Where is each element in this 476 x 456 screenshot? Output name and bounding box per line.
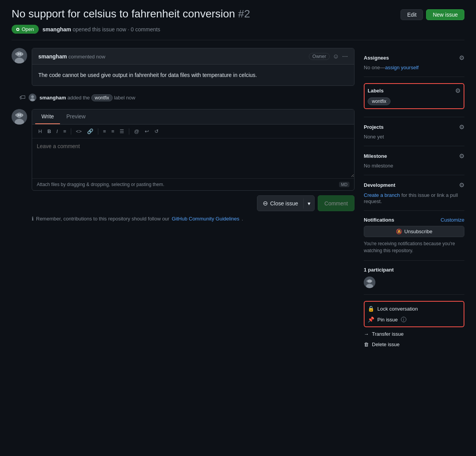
- transfer-label: Transfer issue: [372, 331, 404, 337]
- close-issue-main[interactable]: ⊖ Close issue: [257, 198, 303, 209]
- pin-info-icon: i: [401, 317, 406, 322]
- avatar: [12, 48, 27, 63]
- projects-title: Projects: [364, 124, 384, 130]
- delete-issue-action[interactable]: 🗑 Delete issue: [364, 339, 464, 350]
- toolbar: H B I ≡ <> 🔗 ≡ ≡ ☰: [32, 125, 354, 138]
- header-buttons: Edit New issue: [401, 9, 464, 20]
- assign-yourself-link[interactable]: assign yourself: [385, 65, 419, 70]
- toolbar-link[interactable]: 🔗: [86, 128, 95, 135]
- issue-header: No support for celsius to fahrenheit con…: [12, 8, 464, 20]
- unsubscribe-label: Unsubscribe: [404, 229, 432, 234]
- event-avatar: [29, 94, 36, 101]
- sidebar-assignees: Assignees ⚙ No one—assign yourself: [364, 48, 464, 77]
- attach-bar: Attach files by dragging & dropping, sel…: [32, 178, 354, 190]
- milestone-gear[interactable]: ⚙: [459, 152, 464, 160]
- wontfix-event-badge: wontfix: [91, 94, 113, 101]
- emoji-button[interactable]: ☺: [333, 53, 339, 60]
- comment-thread: smangham commented now Owner ☺ ··· The c…: [12, 48, 354, 222]
- create-branch-link[interactable]: Create a branch: [364, 192, 400, 198]
- opened-time: now: [116, 26, 126, 32]
- toolbar-sep2: [98, 128, 98, 135]
- toolbar-sep1: [71, 128, 71, 135]
- owner-badge: Owner: [309, 53, 329, 60]
- sidebar-notifications: Notifications Customize 🔕 Unsubscribe Yo…: [364, 211, 464, 261]
- toolbar-ol[interactable]: ≡: [110, 128, 116, 135]
- toolbar-tasklist[interactable]: ☰: [118, 128, 126, 135]
- comment-header: smangham commented now Owner ☺ ···: [32, 48, 354, 65]
- svg-point-7: [31, 96, 34, 98]
- pin-icon: 📌: [368, 316, 374, 323]
- attach-text: Attach files by dragging & dropping, sel…: [37, 182, 164, 187]
- sidebar-participants: 1 participant: [364, 261, 464, 295]
- write-row: Write Preview H B I ≡ <> 🔗: [12, 109, 354, 222]
- comment-textarea[interactable]: [32, 138, 354, 177]
- pin-issue-action[interactable]: 📌 Pin issue i: [368, 314, 461, 325]
- write-area: Write Preview H B I ≡ <> 🔗: [32, 109, 354, 191]
- milestone-value: No milestone: [364, 163, 464, 169]
- comment-button[interactable]: Comment: [318, 195, 354, 211]
- close-issue-button[interactable]: ⊖ Close issue ▾: [257, 195, 315, 211]
- new-issue-button[interactable]: New issue: [426, 9, 464, 20]
- assignees-gear[interactable]: ⚙: [459, 54, 464, 61]
- toolbar-code[interactable]: <>: [74, 128, 83, 135]
- comments-count: 0 comments: [131, 26, 160, 32]
- milestone-title: Milestone: [364, 153, 387, 159]
- transfer-icon: →: [364, 331, 369, 337]
- sidebar-development: Development ⚙ Create a branch for this i…: [364, 175, 464, 211]
- toolbar-bold[interactable]: B: [46, 128, 52, 135]
- labels-gear[interactable]: ⚙: [455, 87, 461, 94]
- labels-title: Labels: [368, 88, 384, 94]
- assignees-title: Assignees: [364, 55, 389, 61]
- tab-write[interactable]: Write: [35, 109, 60, 124]
- sidebar-projects: Projects ⚙ None yet: [364, 117, 464, 146]
- edit-button[interactable]: Edit: [401, 9, 423, 20]
- event-action: added the: [67, 95, 90, 101]
- toolbar-undo[interactable]: ↺: [153, 128, 160, 135]
- comment-body: The code cannot be used give output in f…: [32, 65, 354, 85]
- guidelines-link[interactable]: GitHub Community Guidelines: [172, 216, 240, 222]
- participants-title: 1 participant: [364, 267, 464, 273]
- comment-author: smangham: [38, 53, 67, 60]
- issue-title: No support for celsius to fahrenheit con…: [12, 8, 394, 20]
- assignees-value: No one—assign yourself: [364, 65, 464, 70]
- toolbar-italic[interactable]: I: [55, 128, 60, 135]
- toolbar-ul[interactable]: ≡: [101, 128, 108, 135]
- development-title: Development: [364, 182, 396, 188]
- toolbar-heading[interactable]: H: [37, 128, 43, 135]
- unsubscribe-button[interactable]: 🔕 Unsubscribe: [364, 226, 464, 237]
- event-author: smangham: [39, 95, 66, 101]
- status-dot: [16, 28, 19, 31]
- sidebar-actions: 🔒 Lock conversation 📌 Pin issue i → Tran…: [364, 295, 464, 356]
- development-gear[interactable]: ⚙: [459, 181, 464, 189]
- toolbar-sep3: [129, 128, 129, 135]
- event-row: 🏷 smangham added the wontfix: [19, 92, 354, 103]
- close-issue-arrow[interactable]: ▾: [303, 198, 314, 208]
- guidelines-suffix: .: [242, 216, 243, 222]
- page-container: No support for celsius to fahrenheit con…: [0, 0, 476, 364]
- toolbar-quote[interactable]: ≡: [62, 128, 68, 135]
- sidebar-labels: Labels ⚙ wontfix: [364, 77, 464, 117]
- main-layout: smangham commented now Owner ☺ ··· The c…: [12, 48, 464, 356]
- toolbar-ref[interactable]: ↩: [143, 128, 151, 135]
- md-icon: MD: [339, 182, 349, 187]
- comment-time: now: [96, 54, 105, 60]
- tab-preview[interactable]: Preview: [60, 109, 92, 124]
- more-button[interactable]: ···: [342, 52, 348, 60]
- delete-label: Delete issue: [372, 342, 400, 347]
- guidelines: ℹ Remember, contributions to this reposi…: [32, 216, 354, 222]
- lock-conversation-action[interactable]: 🔒 Lock conversation: [368, 303, 461, 314]
- lock-pin-box: 🔒 Lock conversation 📌 Pin issue i: [364, 301, 464, 327]
- pin-label: Pin issue: [377, 317, 398, 323]
- issue-meta: smangham opened this issue now · 0 comme…: [43, 26, 160, 32]
- projects-value: None yet: [364, 134, 464, 140]
- svg-point-16: [368, 279, 372, 283]
- lock-icon: 🔒: [368, 306, 374, 312]
- toolbar-mention[interactable]: @: [132, 128, 140, 135]
- issue-number: #2: [238, 8, 250, 20]
- close-issue-label: Close issue: [270, 200, 298, 207]
- customize-link[interactable]: Customize: [441, 217, 464, 223]
- projects-gear[interactable]: ⚙: [459, 123, 464, 131]
- transfer-issue-action[interactable]: → Transfer issue: [364, 329, 464, 339]
- author-name: smangham: [43, 26, 71, 32]
- event-suffix: label now: [114, 95, 135, 101]
